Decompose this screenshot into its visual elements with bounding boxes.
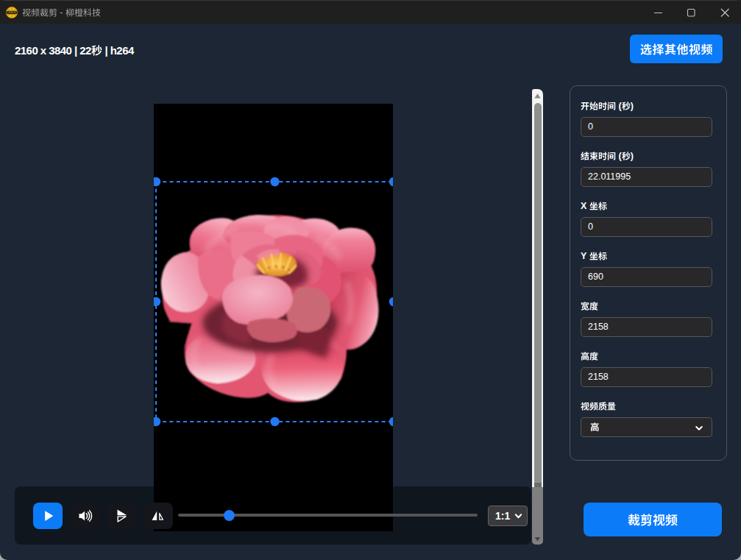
svg-text:LEMON: LEMON: [7, 11, 16, 14]
